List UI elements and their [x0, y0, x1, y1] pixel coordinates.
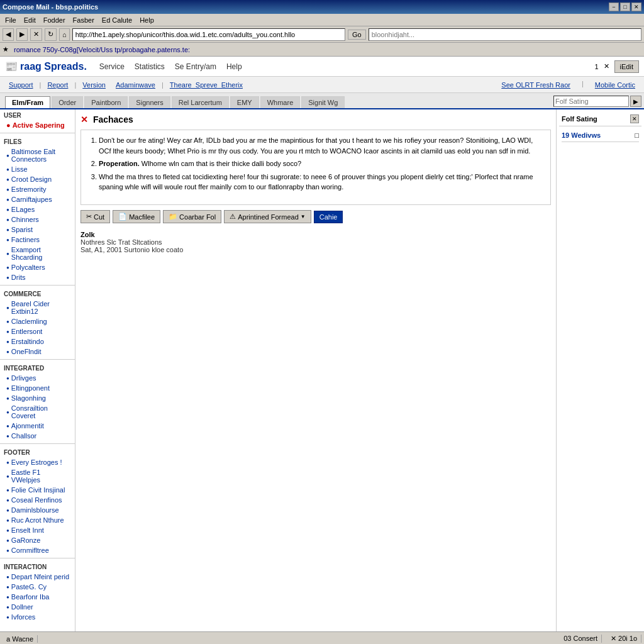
- address-input[interactable]: [72, 28, 345, 41]
- email-point-2: Properation. Wlhome wln cam that is thei…: [99, 158, 545, 169]
- minimize-button[interactable]: −: [609, 3, 619, 11]
- sidebar-section-user: user: [0, 109, 75, 120]
- sidebar-item-every[interactable]: ● Every Estroges !: [0, 457, 75, 467]
- nav-olrt[interactable]: See OLRT Fresh Raor: [497, 80, 574, 90]
- status-bar: a Wacne 03 Consert ✕ 20i 1o: [0, 631, 644, 644]
- sidebar-item-croot[interactable]: ● Croot Design: [0, 174, 75, 184]
- sidebar-item-examport[interactable]: ● Examport Shcarding: [0, 245, 75, 262]
- sidebar-item-sparist[interactable]: ● Sparist: [0, 225, 75, 235]
- macfile-button[interactable]: 📄 Macfilee: [113, 210, 160, 223]
- header-close-icon[interactable]: ✕: [604, 62, 609, 70]
- cahie-button[interactable]: Cahie: [314, 211, 343, 223]
- nav-service[interactable]: Service: [99, 60, 125, 74]
- tab-emy[interactable]: EMY: [230, 96, 259, 108]
- title-bar: Compose Mail - bbsp.politics − □ ✕: [0, 0, 644, 14]
- tab-whmare[interactable]: Whmare: [260, 96, 301, 108]
- nav-mobile[interactable]: Mobile Cortic: [591, 80, 639, 90]
- sidebar-item-drlivges[interactable]: ● Drlivges: [0, 373, 75, 383]
- sidebar-item-dollner[interactable]: ● Dollner: [0, 602, 75, 612]
- sidebar-active-sapering[interactable]: ● Active Sapering: [0, 120, 75, 130]
- sidebar-item-lisse[interactable]: ● Lisse: [0, 164, 75, 174]
- point2-header: Properation.: [99, 160, 140, 167]
- sidebar-item-entlersont[interactable]: ● Entlersont: [0, 326, 75, 336]
- sidebar-item-cornmif[interactable]: ● Cornmifltree: [0, 545, 75, 555]
- cut-button[interactable]: ✂ Cut: [80, 210, 110, 223]
- tab-paintborn[interactable]: Paintborn: [84, 96, 128, 108]
- sidebar-item-coseal[interactable]: ● Coseal Renfinos: [0, 495, 75, 505]
- sidebar-item-folie[interactable]: ● Folie Civit Insjinal: [0, 485, 75, 495]
- iedit-button[interactable]: iEdit: [614, 60, 639, 73]
- nav-adaminwave[interactable]: Adaminwave: [112, 80, 159, 90]
- sidebar-item-claclemling[interactable]: ● Claclemling: [0, 316, 75, 326]
- tab-search-button[interactable]: ▶: [630, 96, 641, 107]
- coar-button[interactable]: 📁 Coarbar Fol: [163, 210, 221, 223]
- menu-fasber[interactable]: Fasber: [69, 15, 98, 25]
- header-icon-1[interactable]: 1: [594, 63, 598, 70]
- sidebar-divider-5: [0, 558, 75, 558]
- menu-help[interactable]: Help: [136, 15, 158, 25]
- sidebar-item-challsor[interactable]: ● Challsor: [0, 431, 75, 441]
- sidebar-item-consrailtion[interactable]: ● Consrailtion Coveret: [0, 403, 75, 421]
- sidebar-item-slagonhing[interactable]: ● Slagonhing: [0, 393, 75, 403]
- go-button[interactable]: Go: [348, 30, 366, 40]
- sidebar-item-depart[interactable]: ● Depart Nfeint perid: [0, 572, 75, 582]
- favorites-item[interactable]: romance 750y-C08g[Velocit/Uss tp/probaga…: [11, 45, 192, 55]
- nav-theare[interactable]: Theare_Spreve_Etherix: [166, 80, 247, 90]
- close-button[interactable]: ✕: [631, 3, 641, 11]
- sidebar-divider-3: [0, 359, 75, 360]
- nav-help[interactable]: Help: [226, 60, 242, 74]
- menu-ed-calute[interactable]: Ed Calute: [98, 15, 136, 25]
- signature-line2: Sat, A1, 2001 Surtonio kloe coato: [80, 246, 551, 253]
- sidebar-item-oneflndit[interactable]: ● OneFlndit: [0, 347, 75, 357]
- sidebar-section-footer: Footer: [0, 447, 75, 457]
- nav-statistics[interactable]: Statistics: [135, 60, 165, 74]
- sidebar-item-bearel[interactable]: ● Bearel Cider Extbin12: [0, 299, 75, 316]
- sidebar-item-drits[interactable]: ● Drits: [0, 272, 75, 282]
- forward-button[interactable]: ▶: [16, 28, 28, 41]
- sidebar-item-polycalters[interactable]: ● Polycalters: [0, 262, 75, 272]
- aprint-button[interactable]: ⚠ Aprintined Formead ▼: [224, 210, 311, 223]
- sidebar-item-ajonmentit[interactable]: ● Ajonmentit: [0, 421, 75, 431]
- sidebar-item-enselt[interactable]: ● Enselt Innt: [0, 525, 75, 535]
- menu-edit[interactable]: Edit: [20, 15, 40, 25]
- sidebar-item-carnift[interactable]: ● Carniftajupes: [0, 194, 75, 204]
- nav-se-entry[interactable]: Se Entry/am: [175, 60, 216, 74]
- tab-signit[interactable]: Signit Wg: [301, 96, 345, 108]
- sidebar-item-ivforces[interactable]: ● Ivforces: [0, 612, 75, 622]
- sidebar-item-ruc[interactable]: ● Ruc Acrot Nthure: [0, 515, 75, 525]
- windows-expand-icon[interactable]: □: [635, 131, 639, 139]
- sidebar-item-daminls[interactable]: ● Daminlsblourse: [0, 505, 75, 515]
- sidebar-item-elages[interactable]: ● ELages: [0, 204, 75, 214]
- panel-close-button[interactable]: ✕: [630, 114, 639, 123]
- sidebar-item-bearfonr[interactable]: ● Bearfonr Iba: [0, 592, 75, 602]
- tab-search-input[interactable]: [553, 96, 629, 107]
- nav-version[interactable]: Version: [79, 80, 109, 90]
- panel-controls: ✕: [630, 114, 639, 123]
- stop-button[interactable]: ✕: [30, 28, 42, 41]
- tab-elmfram[interactable]: Elm/Fram: [5, 96, 50, 108]
- nav-support[interactable]: Support: [5, 80, 37, 90]
- sidebar-item-garonze[interactable]: ● GaRonze: [0, 535, 75, 545]
- title-bar-text: Compose Mail - bbsp.politics: [3, 3, 98, 11]
- sidebar-item-pasteg[interactable]: ● PasteG. Cy: [0, 582, 75, 592]
- tab-order[interactable]: Order: [52, 96, 83, 108]
- app-logo: 📰 raag Spreads.: [5, 60, 87, 72]
- sidebar-item-erstaltindo[interactable]: ● Erstaltindo: [0, 336, 75, 347]
- restore-button[interactable]: □: [620, 3, 630, 11]
- menu-fodder[interactable]: Fodder: [40, 15, 69, 25]
- menu-file[interactable]: File: [1, 15, 20, 25]
- sidebar-item-estremority[interactable]: ● Estremority: [0, 184, 75, 194]
- sidebar-item-eltingponent[interactable]: ● Eltingponent: [0, 383, 75, 393]
- email-title: Fachaces: [93, 114, 133, 125]
- sidebar-item-factiners[interactable]: ● Factiners: [0, 235, 75, 245]
- search-input[interactable]: [369, 28, 641, 41]
- refresh-button[interactable]: ↻: [45, 28, 57, 41]
- tab-rel[interactable]: Rel Larcertum: [172, 96, 229, 108]
- sidebar-item-eastle[interactable]: ● Eastle F1 VWelpjes: [0, 467, 75, 485]
- sidebar-item-baltimose[interactable]: ● Baltimose Ealt Connectors: [0, 147, 75, 164]
- back-button[interactable]: ◀: [3, 28, 14, 41]
- home-button[interactable]: ⌂: [59, 28, 70, 41]
- tab-signners[interactable]: Signners: [129, 96, 170, 108]
- sidebar-item-chinners[interactable]: ● Chinners: [0, 214, 75, 225]
- nav-report[interactable]: Report: [43, 80, 72, 90]
